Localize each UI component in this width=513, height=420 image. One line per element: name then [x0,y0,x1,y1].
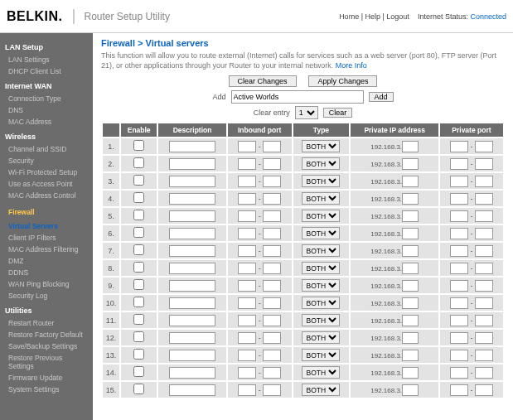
type-select[interactable]: BOTH [302,297,340,309]
clear-entry-select[interactable]: 1 [295,106,318,119]
description-input[interactable] [169,141,215,152]
type-select[interactable]: BOTH [302,157,340,170]
private-port-to[interactable] [475,367,493,379]
type-select[interactable]: BOTH [302,192,340,205]
sidebar-item[interactable]: Restore Factory Default [5,329,88,340]
private-ip-input[interactable] [402,176,419,187]
private-port-to[interactable] [475,245,493,257]
inbound-port-from[interactable] [238,210,256,222]
enable-checkbox[interactable] [133,192,144,203]
sidebar-item[interactable]: MAC Address Control [5,190,88,201]
inbound-port-to[interactable] [263,350,281,361]
private-port-to[interactable] [475,280,493,292]
logout-link[interactable]: Logout [386,12,409,21]
description-input[interactable] [169,280,215,292]
private-port-to[interactable] [475,332,493,344]
private-port-to[interactable] [475,210,493,222]
sidebar-item[interactable]: Wi-Fi Protected Setup [5,167,88,178]
private-port-to[interactable] [475,263,493,274]
private-port-from[interactable] [450,350,468,361]
type-select[interactable]: BOTH [302,384,340,396]
enable-checkbox[interactable] [133,244,144,255]
type-select[interactable]: BOTH [302,175,340,187]
inbound-port-from[interactable] [238,158,256,170]
inbound-port-from[interactable] [238,193,256,205]
sidebar-item[interactable]: DNS [5,104,88,116]
private-port-to[interactable] [475,176,493,187]
enable-checkbox[interactable] [133,279,144,290]
enable-checkbox[interactable] [133,175,144,186]
description-input[interactable] [169,158,215,170]
enable-checkbox[interactable] [133,262,144,273]
private-port-to[interactable] [475,384,493,396]
private-ip-input[interactable] [402,280,419,292]
private-port-from[interactable] [450,263,468,274]
inbound-port-from[interactable] [238,280,256,292]
help-link[interactable]: Help [365,12,380,21]
private-port-to[interactable] [475,297,493,309]
description-input[interactable] [169,367,215,379]
enable-checkbox[interactable] [133,210,144,220]
private-port-from[interactable] [450,315,468,326]
home-link[interactable]: Home [339,12,359,21]
private-ip-input[interactable] [402,210,419,222]
private-port-from[interactable] [450,367,468,379]
sidebar-item[interactable]: DDNS [5,267,88,278]
inbound-port-to[interactable] [263,332,281,344]
description-input[interactable] [169,315,215,326]
private-port-from[interactable] [450,210,468,222]
description-input[interactable] [169,297,215,309]
sidebar-item[interactable]: DMZ [5,255,88,267]
private-port-from[interactable] [450,176,468,187]
inbound-port-from[interactable] [238,176,256,187]
more-info-link[interactable]: More Info [336,61,367,70]
private-ip-input[interactable] [402,193,419,205]
private-ip-input[interactable] [402,245,419,257]
inbound-port-from[interactable] [238,228,256,239]
private-ip-input[interactable] [402,297,419,309]
private-port-from[interactable] [450,245,468,257]
private-port-from[interactable] [450,228,468,239]
inbound-port-from[interactable] [238,297,256,309]
description-input[interactable] [169,245,215,257]
private-port-from[interactable] [450,193,468,205]
enable-checkbox[interactable] [133,366,144,377]
inbound-port-from[interactable] [238,141,256,152]
enable-checkbox[interactable] [133,157,144,168]
type-select[interactable]: BOTH [302,349,340,361]
inbound-port-to[interactable] [263,193,281,205]
clear-changes-button[interactable]: Clear Changes [229,75,297,87]
private-ip-input[interactable] [402,263,419,274]
clear-button[interactable]: Clear [323,108,353,118]
type-select[interactable]: BOTH [302,279,340,292]
enable-checkbox[interactable] [133,349,144,360]
inbound-port-from[interactable] [238,332,256,344]
private-port-from[interactable] [450,158,468,170]
private-ip-input[interactable] [402,367,419,379]
private-port-to[interactable] [475,228,493,239]
description-input[interactable] [169,384,215,396]
sidebar-item[interactable]: WAN Ping Blocking [5,278,88,290]
inbound-port-from[interactable] [238,315,256,326]
inbound-port-to[interactable] [263,228,281,239]
sidebar-item[interactable]: Security Log [5,290,88,302]
sidebar-item[interactable]: Virtual Servers [5,220,88,232]
private-port-from[interactable] [450,384,468,396]
add-button[interactable]: Add [369,92,394,102]
inbound-port-from[interactable] [238,367,256,379]
private-port-from[interactable] [450,297,468,309]
sidebar-item[interactable]: Save/Backup Settings [5,340,88,352]
private-port-to[interactable] [475,193,493,205]
private-port-from[interactable] [450,332,468,344]
sidebar-item[interactable]: Firmware Update [5,372,88,384]
type-select[interactable]: BOTH [302,366,340,379]
sidebar-item[interactable]: Use as Access Point [5,178,88,190]
inbound-port-to[interactable] [263,210,281,222]
add-service-input[interactable] [231,90,364,104]
inbound-port-to[interactable] [263,315,281,326]
sidebar-item[interactable]: MAC Address [5,116,88,128]
description-input[interactable] [169,332,215,344]
private-port-from[interactable] [450,280,468,292]
private-ip-input[interactable] [402,228,419,239]
private-port-to[interactable] [475,315,493,326]
